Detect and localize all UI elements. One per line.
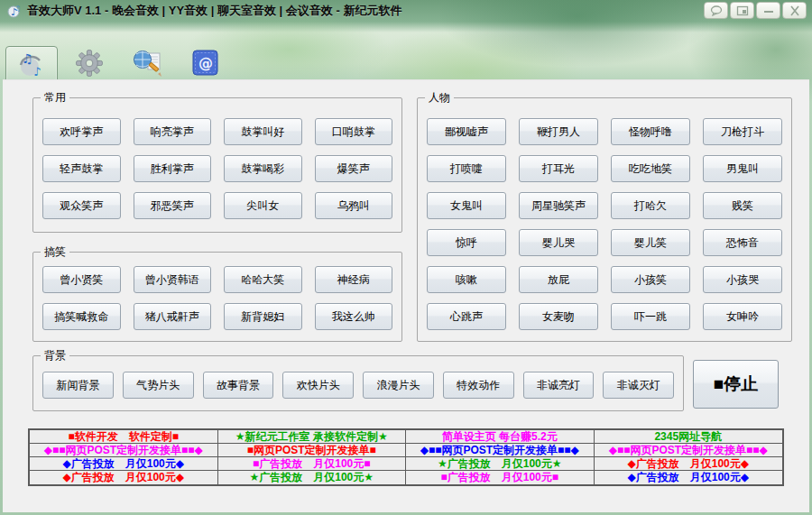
sound-effect-button[interactable]: 刀枪打斗 bbox=[703, 118, 782, 145]
sound-effect-button[interactable]: 小孩笑 bbox=[611, 266, 690, 293]
sound-effect-button[interactable]: 哈哈大笑 bbox=[224, 266, 302, 293]
sound-effect-button[interactable]: 鼓掌叫好 bbox=[224, 118, 302, 145]
ad-cell[interactable]: ★广告投放 月仅100元★ bbox=[218, 471, 407, 484]
sound-effect-button[interactable]: 惊呼 bbox=[427, 229, 506, 256]
sound-effect-button[interactable]: 鞭打男人 bbox=[519, 118, 598, 145]
group-background: 背景 新闻背景 气势片头 故事背景 欢快片头 浪漫片头 特效动作 非诚亮灯 非诚… bbox=[32, 355, 684, 411]
main-panel: 常用 欢呼掌声 响亮掌声 鼓掌叫好 口哨鼓掌 轻声鼓掌 胜利掌声 鼓掌喝彩 爆笑… bbox=[3, 79, 809, 512]
sound-effect-button[interactable]: 非诚亮灯 bbox=[523, 372, 595, 399]
sound-effect-button[interactable]: 轻声鼓掌 bbox=[42, 155, 121, 182]
sound-effect-button[interactable]: 打耳光 bbox=[519, 155, 598, 182]
sound-effect-button[interactable]: 鼓掌喝彩 bbox=[224, 155, 302, 182]
app-logo-icon: ♪ ♫ bbox=[6, 3, 23, 19]
svg-text:♫: ♫ bbox=[22, 51, 33, 66]
sound-effect-button[interactable]: 搞笑喊救命 bbox=[42, 303, 121, 330]
sound-effect-button[interactable]: 心跳声 bbox=[427, 303, 506, 330]
ad-cell[interactable]: ★新纪元工作室 承接软件定制★ bbox=[218, 430, 407, 444]
ad-cell[interactable]: ◆广告投放 月仅100元◆ bbox=[595, 471, 783, 484]
sound-effect-button[interactable]: 女麦吻 bbox=[519, 303, 598, 330]
skin-window-icon[interactable] bbox=[730, 2, 754, 19]
close-icon[interactable] bbox=[782, 2, 807, 19]
ad-cell[interactable]: ◆■■网页POST定制开发接单■■◆ bbox=[406, 444, 595, 457]
sound-effect-button[interactable]: 新闻背景 bbox=[42, 372, 114, 399]
ad-cell[interactable]: 2345网址导航 bbox=[595, 430, 783, 444]
sound-effect-button[interactable]: 曾小贤笑 bbox=[42, 266, 121, 293]
sound-effect-button[interactable]: 尖叫女 bbox=[224, 192, 302, 219]
caption-buttons bbox=[704, 2, 807, 19]
ad-cell[interactable]: ■广告投放 月仅100元■ bbox=[218, 457, 407, 471]
ad-cell[interactable]: ■网页POST定制开发接单■ bbox=[218, 444, 407, 457]
sound-effect-button[interactable]: 浪漫片头 bbox=[363, 372, 434, 399]
stop-button[interactable]: ■停止 bbox=[693, 360, 779, 409]
group-background-title: 背景 bbox=[41, 349, 69, 363]
group-funny-title: 搞笑 bbox=[41, 245, 69, 259]
toolbar: ♫ ♪ 音 效 设 置 bbox=[0, 22, 812, 79]
svg-text:♪: ♪ bbox=[33, 65, 41, 78]
sound-effect-button[interactable]: 恐怖音 bbox=[703, 229, 782, 256]
sound-effect-button[interactable]: 气势片头 bbox=[123, 372, 194, 399]
ad-cell[interactable]: ◆广告投放 月仅100元◆ bbox=[30, 471, 218, 484]
sound-effect-button[interactable]: 打喷嚏 bbox=[427, 155, 506, 182]
sound-effect-button[interactable]: 周星驰笑声 bbox=[519, 192, 598, 219]
sound-effect-button[interactable]: 鄙视嘘声 bbox=[427, 118, 506, 145]
group-common-title: 常用 bbox=[41, 91, 69, 105]
ad-cell[interactable]: ★广告投放 月仅100元★ bbox=[406, 457, 595, 471]
sound-effect-button[interactable]: 乌鸦叫 bbox=[315, 192, 393, 219]
ad-cell[interactable]: 简单设主页 每台赚5.2元 bbox=[406, 430, 595, 444]
sound-effect-button[interactable]: 男鬼叫 bbox=[703, 155, 782, 182]
ad-table: ■软件开发 软件定制■ ★新纪元工作室 承接软件定制★ 简单设主页 每台赚5.2… bbox=[28, 428, 784, 486]
sound-notes-icon: ♫ ♪ bbox=[14, 49, 49, 79]
ad-cell[interactable]: ■软件开发 软件定制■ bbox=[30, 430, 218, 444]
ad-cell[interactable]: ◆广告投放 月仅100元◆ bbox=[595, 457, 783, 471]
sound-effect-button[interactable]: 咳嗽 bbox=[427, 266, 506, 293]
sound-effect-button[interactable]: 小孩哭 bbox=[703, 266, 782, 293]
sound-effect-button[interactable]: 我这么帅 bbox=[315, 303, 393, 330]
sound-effect-button[interactable]: 女鬼叫 bbox=[427, 192, 506, 219]
sound-effect-button[interactable]: 婴儿笑 bbox=[611, 229, 690, 256]
sound-effect-button[interactable]: 吓一跳 bbox=[611, 303, 690, 330]
svg-text:@: @ bbox=[198, 55, 213, 72]
group-people-title: 人物 bbox=[425, 91, 454, 105]
sound-effect-button[interactable]: 婴儿哭 bbox=[519, 229, 598, 256]
window-title: 音效大师V 1.1 - 晚会音效 | YY音效 | 聊天室音效 | 会议音效 -… bbox=[27, 0, 401, 22]
sound-effect-button[interactable]: 女呻吟 bbox=[703, 303, 782, 330]
settings-gear-icon bbox=[72, 48, 106, 78]
sound-effect-button[interactable]: 怪物呼噜 bbox=[611, 118, 690, 145]
group-funny: 搞笑 曾小贤笑 曾小贤韩语 哈哈大笑 神经病 搞笑喊救命 猪八戒鼾声 新背媳妇 … bbox=[32, 252, 402, 342]
minimize-icon[interactable] bbox=[756, 2, 780, 19]
sound-effect-button[interactable]: 胜利掌声 bbox=[134, 155, 212, 182]
ad-cell[interactable]: ◆■■网页POST定制开发接单■■◆ bbox=[30, 444, 218, 457]
sound-effect-button[interactable]: 非诚灭灯 bbox=[603, 372, 674, 399]
ad-cell[interactable]: ◆■■网页POST定制开发接单■■◆ bbox=[595, 444, 783, 457]
sound-effect-button[interactable]: 故事背景 bbox=[203, 372, 274, 399]
app-window: ♪ ♫ 音效大师V 1.1 - 晚会音效 | YY音效 | 聊天室音效 | 会议… bbox=[0, 0, 812, 515]
titlebar[interactable]: ♪ ♫ 音效大师V 1.1 - 晚会音效 | YY音效 | 聊天室音效 | 会议… bbox=[0, 0, 812, 22]
sound-effect-button[interactable]: 邪恶笑声 bbox=[134, 192, 212, 219]
sound-effect-button[interactable]: 欢呼掌声 bbox=[42, 118, 121, 145]
sound-effect-button[interactable]: 欢快片头 bbox=[282, 372, 354, 399]
sound-effect-button[interactable]: 贱笑 bbox=[703, 192, 782, 219]
ad-cell[interactable]: ■广告投放 月仅100元■ bbox=[406, 471, 595, 484]
sound-effect-button[interactable]: 吃吃地笑 bbox=[611, 155, 690, 182]
sound-effect-button[interactable]: 打哈欠 bbox=[611, 192, 690, 219]
about-at-icon: @ bbox=[188, 48, 222, 78]
sound-effect-button[interactable]: 猪八戒鼾声 bbox=[134, 303, 212, 330]
sound-effect-button[interactable]: 曾小贤韩语 bbox=[134, 266, 212, 293]
chat-bubble-icon[interactable] bbox=[704, 2, 728, 19]
group-people: 人物 鄙视嘘声 鞭打男人 怪物呼噜 刀枪打斗 打喷嚏 打耳光 吃吃地笑 男鬼叫 … bbox=[417, 97, 792, 342]
sound-effect-button[interactable]: 响亮掌声 bbox=[134, 118, 212, 145]
sound-effect-button[interactable]: 特效动作 bbox=[443, 372, 514, 399]
sound-effect-button[interactable]: 神经病 bbox=[315, 266, 393, 293]
sound-effect-button[interactable]: 新背媳妇 bbox=[224, 303, 302, 330]
sound-effect-button[interactable]: 观众笑声 bbox=[42, 192, 121, 219]
group-common: 常用 欢呼掌声 响亮掌声 鼓掌叫好 口哨鼓掌 轻声鼓掌 胜利掌声 鼓掌喝彩 爆笑… bbox=[32, 97, 402, 233]
sound-effect-button[interactable]: 放屁 bbox=[519, 266, 598, 293]
ad-cell[interactable]: ◆广告投放 月仅100元◆ bbox=[30, 457, 218, 471]
more-search-icon bbox=[130, 48, 164, 78]
svg-text:♫: ♫ bbox=[14, 5, 21, 13]
sound-effect-button[interactable]: 爆笑声 bbox=[315, 155, 393, 182]
sound-effect-button[interactable]: 口哨鼓掌 bbox=[315, 118, 393, 145]
